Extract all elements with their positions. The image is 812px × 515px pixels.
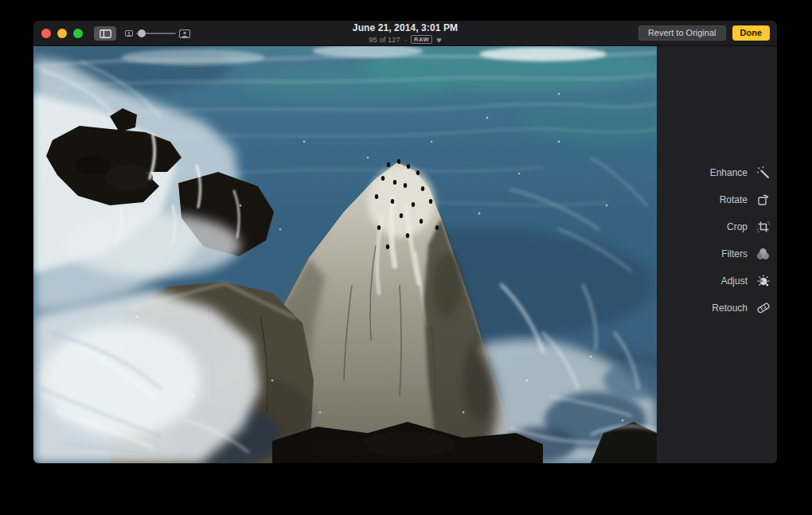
thumbnail-small-icon xyxy=(125,30,133,37)
photo-subtitle: 95 of 127 · RAW ♥ xyxy=(353,35,458,44)
tool-adjust[interactable]: Adjust xyxy=(657,267,777,295)
tool-enhance[interactable]: Enhance xyxy=(657,159,777,186)
zoom-slider-thumb[interactable] xyxy=(138,29,146,37)
edit-tools-sidebar: Enhance Rotate xyxy=(657,46,777,463)
tool-label: Rotate xyxy=(720,194,748,205)
heart-icon[interactable]: ♥ xyxy=(436,36,442,44)
sidebar-panel-icon xyxy=(100,29,111,38)
fullscreen-button[interactable] xyxy=(73,29,83,38)
tool-label: Crop xyxy=(727,221,748,232)
tool-filters[interactable]: Filters xyxy=(657,240,777,267)
page-title: June 21, 2014, 3:01 PM xyxy=(353,23,458,33)
zoom-slider-track[interactable] xyxy=(136,33,176,34)
photo-counter: 95 of 127 xyxy=(369,36,400,44)
zoom-slider xyxy=(125,29,190,38)
toolbar-actions: Revert to Original Done xyxy=(638,25,770,41)
seascape-photo xyxy=(33,46,657,463)
tool-retouch[interactable]: Retouch xyxy=(657,295,777,322)
done-button[interactable]: Done xyxy=(732,25,771,41)
traffic-lights xyxy=(41,29,83,38)
tool-label: Filters xyxy=(721,248,748,259)
revert-to-original-button[interactable]: Revert to Original xyxy=(638,25,726,41)
close-button[interactable] xyxy=(41,29,51,38)
toolbar: June 21, 2014, 3:01 PM 95 of 127 · RAW ♥… xyxy=(33,21,777,46)
bandage-icon xyxy=(755,300,771,317)
filters-circles-icon xyxy=(755,246,771,263)
photos-app-window: June 21, 2014, 3:01 PM 95 of 127 · RAW ♥… xyxy=(33,21,777,463)
magic-wand-icon xyxy=(755,165,771,181)
adjust-dial-icon xyxy=(755,273,771,290)
raw-badge: RAW xyxy=(411,35,432,44)
crop-icon xyxy=(755,219,771,236)
tool-label: Retouch xyxy=(712,302,748,314)
tool-label: Enhance xyxy=(710,167,748,178)
separator-dot: · xyxy=(404,36,407,44)
thumbnail-large-icon xyxy=(179,29,190,38)
tool-label: Adjust xyxy=(721,275,748,287)
tool-rotate[interactable]: Rotate xyxy=(657,186,777,213)
sidebar-toggle-button[interactable] xyxy=(94,26,116,41)
photo-canvas xyxy=(33,46,657,463)
edit-content: Enhance Rotate xyxy=(33,46,777,463)
minimize-button[interactable] xyxy=(57,29,67,38)
tool-crop[interactable]: Crop xyxy=(657,213,777,240)
window-title-block: June 21, 2014, 3:01 PM 95 of 127 · RAW ♥ xyxy=(353,23,458,44)
rotate-icon xyxy=(755,192,771,209)
